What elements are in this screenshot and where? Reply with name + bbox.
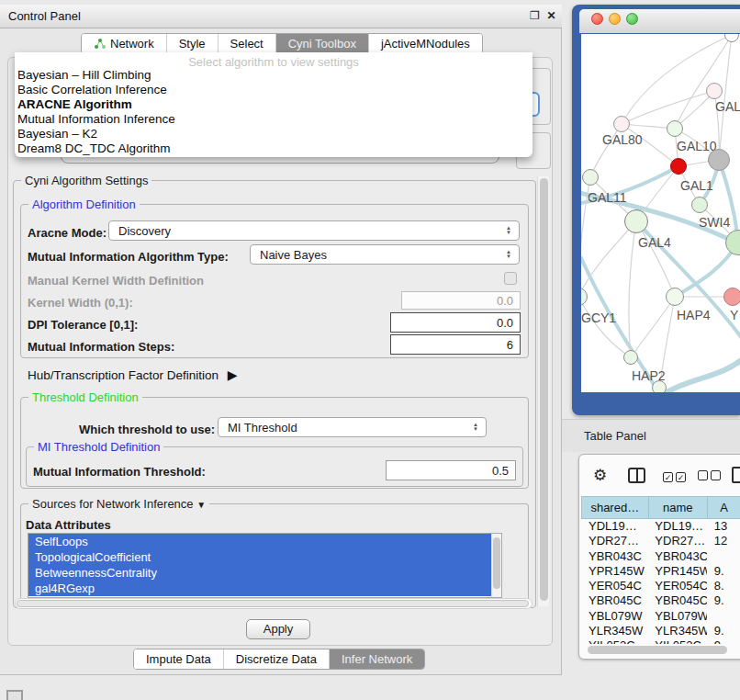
zoom-traffic-light-icon[interactable] bbox=[626, 13, 638, 25]
algorithm-dropdown-placeholder: Select algorithm to view settings bbox=[15, 52, 533, 68]
deselect-all-icon[interactable] bbox=[698, 469, 723, 483]
aracne-mode-combo[interactable]: Discovery ▲▼ bbox=[108, 220, 520, 241]
tab-cyni-toolbox[interactable]: Cyni Toolbox bbox=[276, 34, 369, 53]
network-node-gal4[interactable] bbox=[624, 209, 648, 233]
split-columns-icon[interactable] bbox=[628, 468, 645, 483]
close-window-icon[interactable]: ✕ bbox=[545, 10, 557, 22]
column-header[interactable]: name bbox=[648, 497, 708, 518]
algorithm-option[interactable]: Dream8 DC_TDC Algorithm bbox=[15, 141, 533, 156]
network-node-gal[interactable] bbox=[706, 83, 723, 99]
tab-select[interactable]: Select bbox=[219, 34, 276, 53]
expand-right-icon: ▶ bbox=[228, 367, 238, 382]
network-node[interactable] bbox=[652, 380, 667, 392]
node-label: GAL1 bbox=[680, 178, 713, 193]
network-node[interactable] bbox=[708, 149, 730, 171]
network-canvas[interactable]: GALGAL80GAL10GAL1GAL11SWI4GAL4GCY1HAP4YH… bbox=[581, 34, 740, 392]
attributes-list-scrollbar[interactable] bbox=[491, 534, 501, 597]
data-attributes-list[interactable]: SelfLoopsTopologicalCoefficientBetweenne… bbox=[28, 533, 502, 598]
algorithm-option[interactable]: ARACNE Algorithm bbox=[15, 97, 533, 112]
algorithm-option[interactable]: Mutual Information Inference bbox=[15, 112, 533, 127]
column-header[interactable]: shared… bbox=[581, 497, 648, 518]
control-panel-title: Control Panel bbox=[8, 9, 81, 23]
apply-button[interactable]: Apply bbox=[246, 619, 310, 639]
table-row[interactable]: YDL19…YDL19…13 bbox=[581, 519, 740, 534]
table-row[interactable]: YBR045CYBR045C9. bbox=[581, 593, 740, 608]
table-hscrollbar-thumb[interactable] bbox=[588, 646, 727, 654]
network-node-hap2[interactable] bbox=[623, 350, 638, 365]
hub-definition-toggle[interactable]: Hub/Transcription Factor Definition ▶ bbox=[28, 367, 238, 382]
mi-type-value: Naive Bayes bbox=[260, 248, 327, 262]
minimize-traffic-light-icon[interactable] bbox=[609, 13, 621, 25]
mi-threshold-field[interactable]: 0.5 bbox=[386, 460, 516, 480]
table-cell: YBR045C bbox=[581, 593, 647, 608]
network-node-y[interactable] bbox=[723, 288, 740, 306]
attribute-item[interactable]: BetweennessCentrality bbox=[28, 565, 491, 581]
kernel-width-field[interactable]: 0.0 bbox=[401, 291, 521, 310]
network-node-gal10[interactable] bbox=[667, 120, 683, 137]
tab-discretize-data[interactable]: Discretize Data bbox=[224, 649, 330, 669]
tab-label: Cyni Toolbox bbox=[288, 37, 356, 51]
algorithm-option[interactable]: Basic Correlation Inference bbox=[15, 83, 533, 97]
table-row[interactable]: YDR27…YDR27…12 bbox=[581, 534, 740, 548]
tab-label: Infer Network bbox=[342, 652, 412, 666]
which-threshold-combo[interactable]: MI Threshold ▲▼ bbox=[218, 417, 487, 437]
kernel-width-label: Kernel Width (0,1): bbox=[28, 296, 133, 310]
table-row[interactable]: YER054CYER054C8. bbox=[581, 579, 740, 593]
select-all-icon[interactable]: ✓✓ bbox=[663, 469, 689, 483]
bottom-tabs: Impute DataDiscretize DataInfer Network bbox=[133, 649, 425, 670]
network-node-gal80[interactable] bbox=[613, 116, 630, 132]
attribute-item[interactable]: TopologicalCoefficient bbox=[28, 549, 491, 565]
minimized-panel-icon[interactable] bbox=[6, 690, 23, 700]
table-cell: YER054C bbox=[647, 579, 706, 593]
table-cell: YDL19… bbox=[647, 519, 706, 534]
settings-hscrollbar[interactable] bbox=[15, 598, 533, 609]
table-row[interactable]: YBL079WYBL079W bbox=[581, 609, 740, 624]
float-window-icon[interactable]: ❐ bbox=[529, 10, 541, 22]
cyni-settings-title: Cyni Algorithm Settings bbox=[21, 174, 151, 187]
table-row[interactable]: YBR043CYBR043C bbox=[581, 549, 740, 564]
tab-style[interactable]: Style bbox=[167, 34, 219, 53]
attribute-item[interactable]: SelfLoops bbox=[28, 534, 491, 549]
network-node-gal1[interactable] bbox=[670, 158, 687, 175]
mi-steps-field[interactable]: 6 bbox=[390, 334, 521, 355]
settings-scrollbar-thumb[interactable] bbox=[540, 178, 548, 601]
settings-hscrollbar-thumb[interactable] bbox=[17, 600, 529, 607]
algorithm-option[interactable]: Bayesian – K2 bbox=[15, 127, 533, 141]
close-traffic-light-icon[interactable] bbox=[591, 13, 603, 25]
algorithm-dropdown-list: Select algorithm to view settings Bayesi… bbox=[15, 52, 533, 157]
network-node-swi4[interactable] bbox=[691, 197, 708, 213]
table-row[interactable]: YPR145WYPR145W9. bbox=[581, 564, 740, 579]
network-node-hap4[interactable] bbox=[666, 288, 684, 306]
gear-icon[interactable]: ⚙ bbox=[593, 466, 607, 485]
algorithm-option[interactable]: Bayesian – Hill Climbing bbox=[15, 68, 533, 83]
aracne-mode-label: Aracne Mode: bbox=[28, 226, 107, 240]
node-label: GAL11 bbox=[588, 190, 627, 205]
mi-type-combo[interactable]: Naive Bayes ▲▼ bbox=[250, 244, 520, 265]
tab-impute-data[interactable]: Impute Data bbox=[134, 649, 224, 669]
column-header[interactable]: A bbox=[707, 497, 740, 518]
tab-network[interactable]: Network bbox=[82, 34, 167, 53]
table-cell: 8. bbox=[707, 579, 740, 593]
table-cell: YIL052C bbox=[581, 638, 647, 644]
algorithm-dropdown-items: Bayesian – Hill ClimbingBasic Correlatio… bbox=[15, 68, 533, 156]
network-window-titlebar bbox=[579, 9, 740, 33]
table-hscrollbar[interactable] bbox=[588, 645, 734, 656]
table-cell: YBL079W bbox=[647, 609, 706, 624]
collapse-down-icon[interactable]: ▼ bbox=[196, 500, 206, 510]
table-row[interactable]: YLR345WYLR345W9. bbox=[581, 624, 740, 638]
dpi-tolerance-field[interactable]: 0.0 bbox=[390, 312, 521, 333]
table-cell: YBR043C bbox=[647, 549, 706, 564]
file-export-icon[interactable] bbox=[732, 467, 740, 483]
attribute-item[interactable]: gal4RGexp bbox=[28, 581, 491, 596]
tab-label: Select bbox=[230, 37, 263, 51]
tab-infer-network[interactable]: Infer Network bbox=[330, 649, 424, 669]
node-table[interactable]: shared…nameAYDL19…YDL19…13YDR27…YDR27…12… bbox=[581, 496, 740, 644]
table-row[interactable]: YIL052CYIL052C9 bbox=[581, 638, 740, 644]
dpi-tolerance-value: 0.0 bbox=[497, 316, 513, 330]
tab-jactivemnodules[interactable]: jActiveMNodules bbox=[369, 34, 482, 53]
manual-kernel-checkbox[interactable] bbox=[504, 272, 517, 285]
node-label: GCY1 bbox=[581, 310, 616, 325]
network-node-gal11[interactable] bbox=[582, 169, 599, 186]
settings-scrollbar[interactable] bbox=[537, 176, 549, 606]
attributes-scrollbar-thumb[interactable] bbox=[493, 537, 500, 589]
